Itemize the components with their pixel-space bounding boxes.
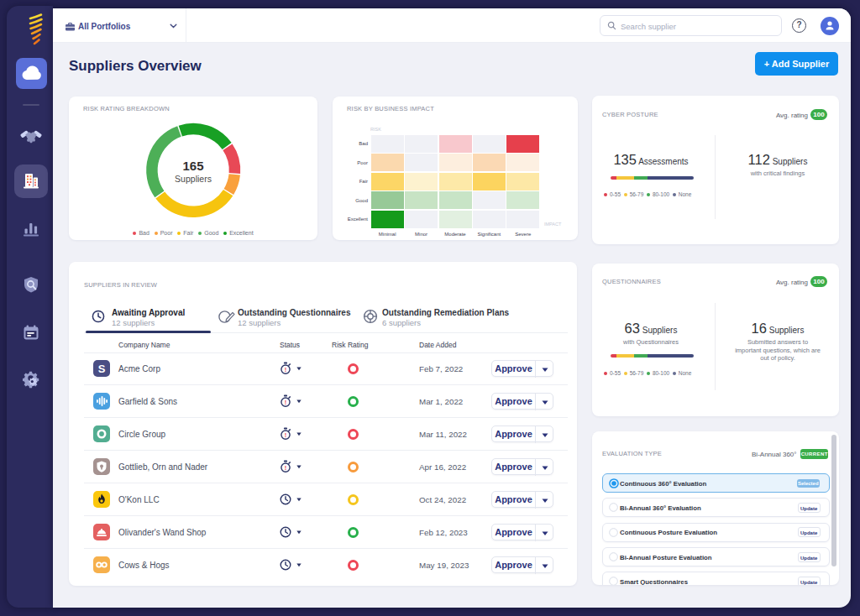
svg-text:!: ! <box>285 399 287 406</box>
svg-text:!: ! <box>285 431 287 439</box>
svg-text:S: S <box>97 363 105 375</box>
svg-text:!: ! <box>285 366 287 373</box>
svg-text:!: ! <box>285 464 287 472</box>
